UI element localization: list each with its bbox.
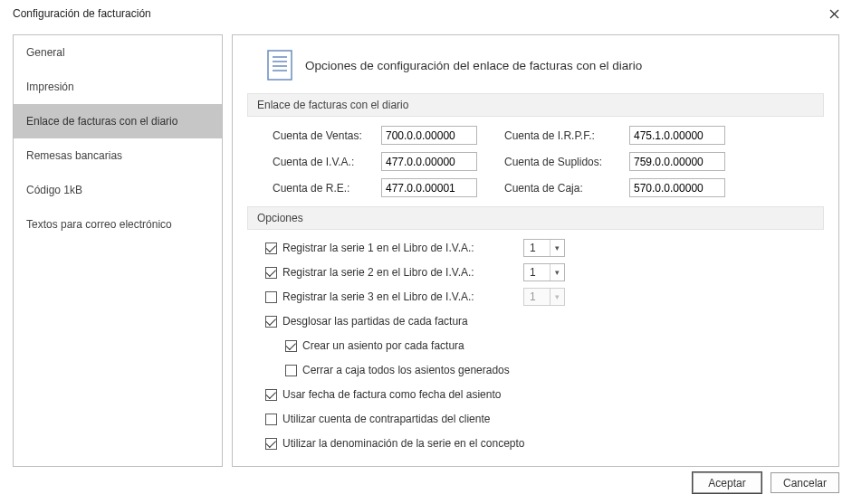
label-serie-1: Registrar la serie 1 en el Libro de I.V.…: [282, 242, 507, 254]
input-cuenta-suplidos[interactable]: [629, 152, 725, 171]
section-accounts-header: Enlace de facturas con el diario: [247, 93, 824, 117]
select-serie-2-value: 1: [530, 266, 536, 279]
label-serie-2: Registrar la serie 2 en el Libro de I.V.…: [282, 266, 507, 279]
input-cuenta-ventas[interactable]: [381, 126, 477, 145]
label-cuenta-re: Cuenta de R.E.:: [273, 182, 374, 195]
checkbox-desglosar[interactable]: [265, 316, 277, 328]
ok-button[interactable]: Aceptar: [693, 472, 761, 493]
section-options-header: Opciones: [247, 206, 824, 230]
sidebar-item-textos-correo[interactable]: Textos para correo electrónico: [14, 207, 222, 242]
sidebar-item-impresion[interactable]: Impresión: [14, 70, 222, 104]
sidebar-item-remesas[interactable]: Remesas bancarias: [14, 138, 222, 173]
label-cuenta-ventas: Cuenta de Ventas:: [273, 129, 374, 142]
checkbox-cerrar-caja[interactable]: [285, 365, 297, 376]
select-serie-3-value: 1: [530, 290, 536, 303]
checkbox-serie-2[interactable]: [265, 267, 277, 279]
label-cuenta-caja: Cuenta de Caja:: [504, 182, 622, 195]
sidebar: General Impresión Enlace de facturas con…: [13, 34, 223, 467]
content-panel: Opciones de configuración del enlace de …: [232, 34, 839, 467]
close-icon: [829, 9, 839, 19]
select-serie-1[interactable]: 1 ▾: [523, 239, 565, 257]
cancel-button[interactable]: Cancelar: [771, 472, 839, 493]
select-serie-2[interactable]: 1 ▾: [523, 263, 565, 281]
sidebar-item-general[interactable]: General: [14, 35, 222, 70]
title-bar: Configuración de facturación: [0, 0, 852, 27]
label-cuenta-suplidos: Cuenta de Suplidos:: [504, 156, 622, 168]
select-serie-1-value: 1: [530, 242, 536, 254]
label-cerrar-caja: Cerrar a caja todos los asientos generad…: [302, 364, 510, 376]
label-desglosar: Desglosar las partidas de cada factura: [282, 315, 468, 328]
chevron-down-icon: ▾: [550, 289, 564, 305]
checkbox-denominacion[interactable]: [265, 438, 277, 450]
input-cuenta-re[interactable]: [381, 178, 477, 197]
label-usar-fecha: Usar fecha de factura como fecha del asi…: [282, 388, 501, 401]
checkbox-crear-asiento[interactable]: [285, 340, 297, 352]
label-denominacion: Utilizar la denominación de la serie en …: [282, 437, 525, 450]
label-cuenta-iva: Cuenta de I.V.A.:: [273, 156, 374, 168]
input-cuenta-iva[interactable]: [381, 152, 477, 171]
sidebar-item-codigo-1kb[interactable]: Código 1kB: [14, 173, 222, 207]
input-cuenta-irpf[interactable]: [629, 126, 725, 145]
label-cuenta-irpf: Cuenta de I.R.P.F.:: [504, 129, 622, 142]
window-title: Configuración de facturación: [13, 7, 151, 20]
checkbox-usar-fecha[interactable]: [265, 389, 277, 401]
label-serie-3: Registrar la serie 3 en el Libro de I.V.…: [282, 290, 507, 303]
chevron-down-icon: ▾: [550, 264, 564, 281]
accounts-grid: Cuenta de Ventas: Cuenta de I.V.A.: Cuen…: [247, 126, 824, 206]
document-icon: [267, 50, 292, 81]
options-list: Registrar la serie 1 en el Libro de I.V.…: [247, 239, 824, 452]
input-cuenta-caja[interactable]: [629, 178, 725, 197]
label-crear-asiento: Crear un asiento por cada factura: [302, 339, 464, 352]
svg-rect-2: [268, 51, 292, 80]
checkbox-serie-1[interactable]: [265, 242, 277, 254]
close-button[interactable]: [825, 5, 843, 23]
label-contrapartidas: Utilizar cuenta de contrapartidas del cl…: [282, 413, 490, 425]
select-serie-3: 1 ▾: [523, 288, 565, 306]
page-title: Opciones de configuración del enlace de …: [305, 59, 642, 72]
checkbox-contrapartidas[interactable]: [265, 414, 277, 425]
chevron-down-icon: ▾: [550, 240, 564, 256]
checkbox-serie-3[interactable]: [265, 291, 277, 303]
sidebar-item-enlace-facturas[interactable]: Enlace de facturas con el diario: [14, 104, 222, 138]
